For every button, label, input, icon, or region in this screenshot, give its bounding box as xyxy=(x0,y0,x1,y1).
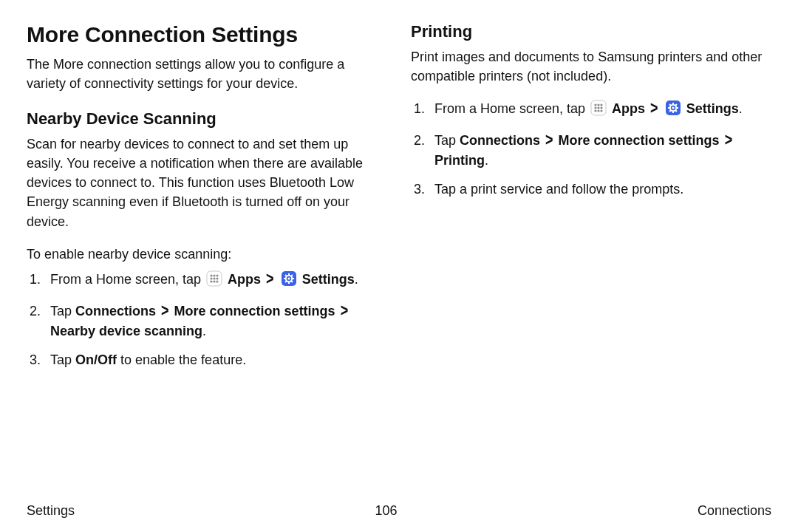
chevron-right-icon: > xyxy=(161,297,169,324)
page-title: More Connection Settings xyxy=(27,22,387,47)
svg-point-27 xyxy=(600,107,602,109)
step-text: From a Home screen, tap xyxy=(434,101,589,116)
nearby-section: Nearby Device Scanning Scan for nearby d… xyxy=(27,109,387,370)
page-content: More Connection Settings The More connec… xyxy=(0,0,798,423)
path-part: Connections xyxy=(75,304,156,318)
apps-icon xyxy=(590,100,607,122)
svg-point-1 xyxy=(210,274,212,276)
intro-paragraph: The More connection settings allow you t… xyxy=(27,55,387,93)
section-heading-printing: Printing xyxy=(411,22,771,41)
period: . xyxy=(355,272,358,287)
period: . xyxy=(739,101,743,116)
apps-icon xyxy=(206,270,222,293)
svg-point-24 xyxy=(600,104,602,106)
svg-point-23 xyxy=(597,104,599,106)
step-text: Tap xyxy=(50,352,75,367)
left-column: More Connection Settings The More connec… xyxy=(27,22,387,379)
list-item: Tap Connections > More connection settin… xyxy=(411,131,771,171)
list-item: From a Home screen, tap Apps > xyxy=(411,99,771,122)
settings-icon xyxy=(665,100,681,122)
svg-point-2 xyxy=(213,274,215,276)
list-item: Tap Connections > More connection settin… xyxy=(27,301,387,341)
svg-line-16 xyxy=(285,275,287,276)
svg-point-9 xyxy=(216,280,218,282)
path-part: Connections xyxy=(460,133,540,148)
nearby-lead: To enable nearby device scanning: xyxy=(27,245,387,264)
svg-point-6 xyxy=(216,277,218,279)
svg-point-8 xyxy=(213,280,215,282)
nearby-steps-list: From a Home screen, tap Apps > xyxy=(27,270,387,370)
list-item: From a Home screen, tap Apps > xyxy=(27,270,387,293)
page-footer: Settings 106 Connections xyxy=(27,503,771,519)
svg-point-20 xyxy=(287,277,290,279)
svg-line-17 xyxy=(291,281,293,282)
step-text: Tap a print service and follow the promp… xyxy=(434,182,683,197)
chevron-right-icon: > xyxy=(650,95,658,121)
period: . xyxy=(485,153,488,168)
chevron-right-icon: > xyxy=(725,126,733,153)
apps-label: Apps xyxy=(228,272,261,287)
svg-line-18 xyxy=(285,281,287,282)
svg-point-29 xyxy=(597,110,599,112)
svg-line-37 xyxy=(669,104,671,106)
list-item: Tap a print service and follow the promp… xyxy=(411,180,771,200)
step-text: Tap xyxy=(434,133,460,148)
chevron-right-icon: > xyxy=(266,265,274,292)
path-part: Nearby device scanning xyxy=(50,324,202,338)
printing-description: Print images and documents to Samsung pr… xyxy=(411,47,771,86)
svg-line-19 xyxy=(291,275,293,276)
step-text: Tap xyxy=(50,304,75,318)
settings-label: Settings xyxy=(302,272,355,287)
svg-point-28 xyxy=(594,110,596,112)
svg-point-3 xyxy=(216,274,218,276)
svg-point-4 xyxy=(210,277,212,279)
chevron-right-icon: > xyxy=(341,297,349,324)
right-column: Printing Print images and documents to S… xyxy=(411,22,771,379)
svg-point-30 xyxy=(600,110,602,112)
path-part: More connection settings xyxy=(174,304,335,318)
settings-icon xyxy=(281,270,297,293)
footer-right: Connections xyxy=(698,503,771,519)
printing-steps-list: From a Home screen, tap Apps > xyxy=(411,99,771,200)
section-heading-nearby: Nearby Device Scanning xyxy=(27,109,387,129)
settings-label: Settings xyxy=(686,101,739,116)
svg-point-41 xyxy=(672,107,674,109)
onoff-label: On/Off xyxy=(75,352,117,367)
svg-point-22 xyxy=(594,104,596,106)
svg-point-7 xyxy=(210,280,212,282)
footer-left: Settings xyxy=(27,503,75,519)
svg-point-26 xyxy=(597,107,599,109)
apps-label: Apps xyxy=(612,101,645,116)
svg-point-25 xyxy=(594,107,596,109)
svg-point-5 xyxy=(213,277,215,279)
period: . xyxy=(202,324,206,338)
nearby-description: Scan for nearby devices to connect to an… xyxy=(27,134,387,231)
chevron-right-icon: > xyxy=(545,126,553,153)
path-part: Printing xyxy=(434,153,485,168)
step-text: to enable the feature. xyxy=(117,352,246,367)
step-text: From a Home screen, tap xyxy=(50,272,205,287)
svg-line-40 xyxy=(675,104,677,106)
path-part: More connection settings xyxy=(559,133,720,148)
footer-page-number: 106 xyxy=(375,503,397,519)
svg-line-39 xyxy=(669,110,671,112)
list-item: Tap On/Off to enable the feature. xyxy=(27,350,387,370)
svg-line-38 xyxy=(675,110,677,112)
